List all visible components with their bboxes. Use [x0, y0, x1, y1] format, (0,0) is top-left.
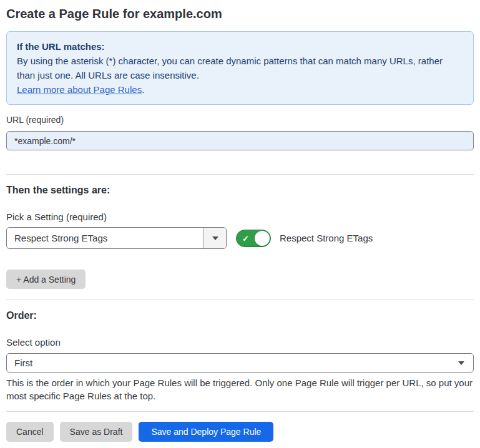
- create-page-rule-form: Create a Page Rule for example.com If th…: [0, 6, 480, 442]
- respect-strong-etags-toggle[interactable]: ✓: [236, 230, 271, 247]
- settings-section-heading: Then the settings are:: [6, 184, 474, 197]
- info-box-link-line: Learn more about Page Rules.: [17, 82, 463, 97]
- section-divider: [6, 299, 474, 300]
- section-divider: [6, 174, 474, 175]
- toggle-knob: [255, 231, 270, 246]
- order-select[interactable]: First: [6, 353, 474, 373]
- info-box-body: By using the asterisk (*) character, you…: [17, 54, 463, 82]
- footer-divider: [6, 411, 474, 412]
- add-setting-button[interactable]: + Add a Setting: [6, 270, 86, 289]
- page-title: Create a Page Rule for example.com: [6, 6, 474, 21]
- url-match-info-box: If the URL matches: By using the asteris…: [6, 31, 474, 105]
- pick-setting-label: Pick a Setting (required): [6, 212, 474, 223]
- setting-select[interactable]: Respect Strong ETags: [6, 227, 227, 249]
- chevron-down-icon: [212, 236, 218, 240]
- save-as-draft-button[interactable]: Save as Draft: [60, 422, 133, 442]
- order-select-value: First: [7, 358, 458, 368]
- order-section-heading: Order:: [6, 309, 474, 322]
- toggle-label: Respect Strong ETags: [280, 233, 373, 243]
- cancel-button[interactable]: Cancel: [6, 422, 54, 442]
- check-icon: ✓: [242, 234, 249, 242]
- select-option-label: Select option: [6, 337, 474, 348]
- setting-row: Respect Strong ETags ✓ Respect Strong ET…: [6, 227, 474, 249]
- order-help-text: This is the order in which your Page Rul…: [6, 376, 474, 402]
- info-box-heading: If the URL matches:: [17, 39, 463, 54]
- save-and-deploy-button[interactable]: Save and Deploy Page Rule: [139, 422, 273, 442]
- url-field-label: URL (required): [6, 115, 474, 125]
- footer-actions: Cancel Save as Draft Save and Deploy Pag…: [6, 422, 474, 442]
- chevron-down-icon: [458, 361, 464, 365]
- learn-more-link[interactable]: Learn more about Page Rules: [17, 84, 142, 95]
- setting-select-arrow-button[interactable]: [203, 228, 226, 248]
- setting-select-value: Respect Strong ETags: [7, 233, 203, 243]
- link-period: .: [142, 84, 144, 95]
- url-input[interactable]: [6, 131, 474, 150]
